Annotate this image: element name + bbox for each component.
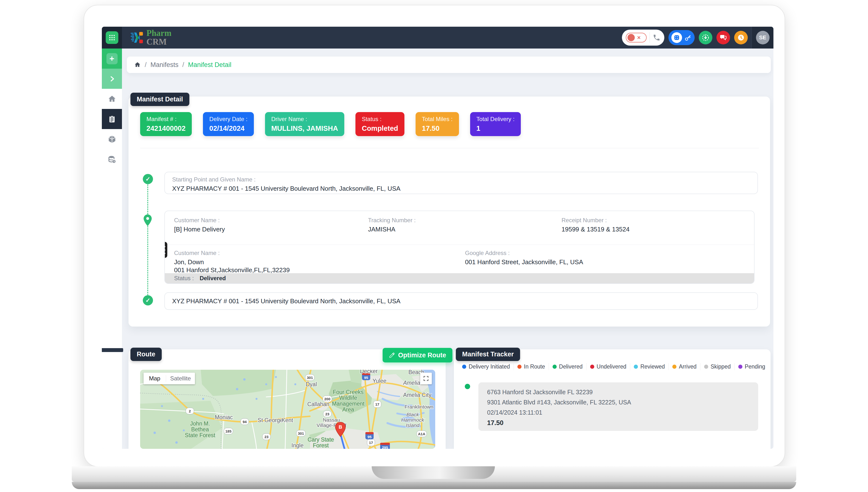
sidebar-item-packages[interactable] [102,129,122,149]
legend-dot [462,365,466,369]
svg-text:State Forest: State Forest [185,432,215,438]
clock-button[interactable] [734,31,748,44]
ending-point-card: XYZ PHARMACY # 001 - 1545 University Bou… [164,292,758,310]
timeline-line [148,184,148,295]
legend-in-route: In Route [518,363,545,370]
drag-handle[interactable] [164,242,167,258]
starting-point-label: Starting Point and Given Name : [172,176,750,183]
satellite-button[interactable]: Satellite [166,375,195,382]
brand-logo[interactable]: Pharm CRM [130,27,172,49]
svg-text:Moniac: Moniac [215,414,233,420]
legend-skipped: Skipped [704,363,731,370]
chat-button[interactable] [716,31,730,44]
sidebar-expand-button[interactable] [102,69,122,89]
starting-point-card: Starting Point and Given Name : XYZ PHAR… [164,172,758,194]
customer-address-value: 001 Hanford St,Jacksonville,FL,FL,32239 [174,266,290,274]
toggle-knob [628,34,635,41]
availability-toggle[interactable]: × [626,33,647,43]
svg-text:94: 94 [243,420,247,424]
sidebar-item-history[interactable] [102,149,122,169]
fullscreen-button[interactable] [420,373,432,384]
tracker-item[interactable]: 6763 Hanford St Jacksonville FL 32239 93… [478,382,758,431]
fullscreen-icon [423,375,429,382]
breadcrumb-separator: / [145,61,147,69]
optimize-route-button[interactable]: Optimize Route [383,348,452,363]
chip-status: Status : Completed [356,112,404,136]
breadcrumb-home-icon[interactable] [134,62,141,68]
chip-delivery-date: Delivery Date : 02/14/2024 [203,112,254,136]
svg-text:17: 17 [369,441,373,445]
timeline-check-end-icon: ✓ [143,295,153,305]
plus-icon: + [106,53,117,64]
apps-grid-button[interactable] [106,31,118,44]
voip-icon [672,32,682,43]
customer-name-field: Customer Name : [B] Home Delivery [174,217,225,233]
database-history-icon [108,155,116,164]
svg-text:Hammock: Hammock [401,417,424,423]
pill-divider [650,32,650,43]
stop-status-value: Delivered [200,275,226,282]
svg-text:2: 2 [189,409,191,413]
sync-history-icon [702,33,710,42]
legend-dot [590,365,594,369]
map-type-control[interactable]: Map Satellite [143,373,195,384]
stop-status-label: Status : [174,275,194,282]
svg-text:John M.: John M. [190,420,210,427]
svg-text:B: B [339,424,342,429]
clipboard-icon [108,115,116,123]
svg-text:Decker: Decker [360,370,378,374]
legend-delivered: Delivered [553,363,583,370]
top-navbar: Pharm CRM × [102,27,773,49]
tracker-item-address2: 9301 Atlantic Blvd #143, Jacksonville, F… [487,399,749,406]
customer-address-field: Customer Name : Jon, Down 001 Hanford St… [174,250,290,274]
manifest-summary-chips: Manifest # : 2421400002 Delivery Date : … [140,112,521,136]
tracker-item-address1: 6763 Hanford St Jacksonville FL 32239 [487,389,749,396]
sidebar-item-home[interactable] [102,89,122,109]
brand-logo-text: Pharm CRM [147,29,172,46]
chip-value: 02/14/2024 [209,124,247,132]
breadcrumb-manifests[interactable]: Manifests [151,61,179,69]
route-map[interactable]: 2 94 185 23 200 23 301 301 17 17 A1A 95 … [140,370,435,449]
map-button[interactable]: Map [143,375,166,382]
manifest-detail-tag: Manifest Detail [130,93,189,106]
sidebar-item-manifests[interactable] [102,109,122,129]
legend-delivery-initiated: Delivery Initiated [462,363,510,370]
sync-button[interactable] [699,31,712,44]
sidebar-add-button[interactable]: + [102,49,122,69]
svg-text:Bethea: Bethea [191,426,209,433]
svg-text:Area: Area [342,407,354,413]
google-address-value: 001 Hanford Street, Jacksonville, FL, US… [465,259,583,266]
svg-text:95: 95 [368,435,372,439]
starting-point-value: XYZ PHARMACY # 001 - 1545 University Bou… [172,185,750,192]
chip-manifest-number: Manifest # : 2421400002 [140,112,192,136]
tracking-number-label: Tracking Number : [368,217,416,224]
dialer-pill[interactable] [668,30,695,45]
svg-text:185: 185 [225,429,231,433]
legend-reviewed: Reviewed [634,363,665,370]
legend-arrived: Arrived [672,363,696,370]
chip-total-delivery: Total Delivery : 1 [470,112,521,136]
chip-label: Delivery Date : [209,116,247,123]
ending-point-value: XYZ PHARMACY # 001 - 1545 University Bou… [172,297,400,305]
pencil-icon [389,352,395,358]
legend-dot [634,365,638,369]
phone-icon[interactable] [653,34,660,42]
stop-row-1: Customer Name : [B] Home Delivery Tracki… [165,211,754,245]
legend-dot [672,365,677,369]
optimize-route-label: Optimize Route [398,351,446,359]
customer-name-value: [B] Home Delivery [174,226,225,233]
legend-dot [704,365,708,369]
svg-text:Black: Black [406,412,419,417]
breadcrumb-separator: / [182,61,184,69]
breadcrumb: / Manifests / Manifest Detail [127,56,771,73]
svg-text:Wildlife: Wildlife [339,395,357,401]
chip-label: Total Miles : [422,116,453,123]
google-address-label: Google Address : [465,250,583,256]
laptop-notch [372,466,495,479]
svg-text:St George: St George [258,417,283,423]
avatar-panel: SE [752,27,773,49]
tracker-legend: Delivery Initiated In Route Delivered Un… [462,363,765,370]
svg-text:Yulee: Yulee [372,378,387,384]
chip-driver-name: Driver Name : MULLINS, JAMISHA [265,112,345,136]
avatar[interactable]: SE [756,31,769,44]
